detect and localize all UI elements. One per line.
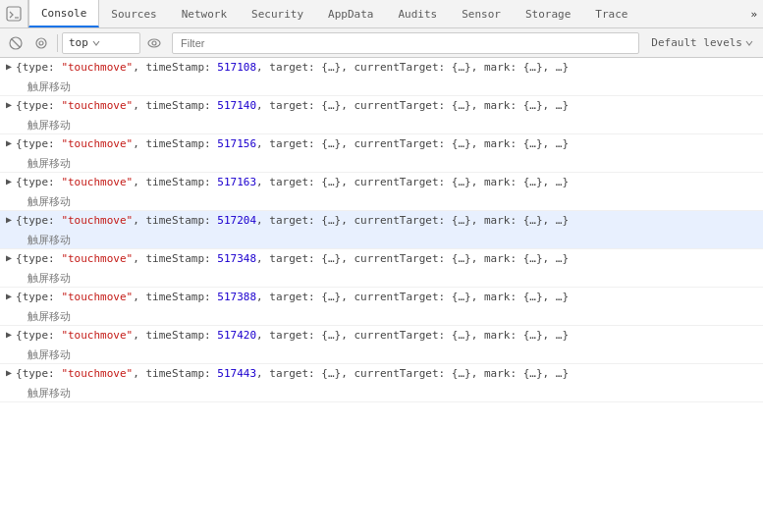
log-group: ▶{type: "touchmove", timeStamp: 517388, … [0,288,763,326]
log-group: ▶{type: "touchmove", timeStamp: 517420, … [0,326,763,364]
log-group: ▶{type: "touchmove", timeStamp: 517140, … [0,96,763,134]
expand-arrow-icon[interactable]: ▶ [4,291,14,300]
sub-entry-label: 触屏移动 [0,269,763,287]
sub-entry-label: 触屏移动 [0,231,763,248]
sub-entry-label: 触屏移动 [0,346,763,363]
toolbar-divider [57,34,58,52]
log-text: {type: "touchmove", timeStamp: 517348, t… [16,251,569,267]
sub-entry-label: 触屏移动 [0,192,763,210]
log-group: ▶{type: "touchmove", timeStamp: 517443, … [0,364,763,402]
svg-line-3 [12,38,21,47]
expand-arrow-icon[interactable]: ▶ [4,329,14,339]
tab-network[interactable]: Network [170,0,240,27]
log-entry[interactable]: ▶{type: "touchmove", timeStamp: 517140, … [0,96,763,116]
filter-icon-button[interactable] [29,31,53,55]
svg-rect-0 [7,7,21,21]
eye-button[interactable] [142,31,166,55]
tab-trace[interactable]: Trace [583,0,640,27]
svg-point-6 [148,39,160,47]
chevron-down-icon [92,39,100,47]
default-levels-dropdown[interactable]: Default levels [645,36,759,49]
log-entry[interactable]: ▶{type: "touchmove", timeStamp: 517443, … [0,364,763,384]
svg-point-4 [36,38,46,48]
log-entry[interactable]: ▶{type: "touchmove", timeStamp: 517156, … [0,134,763,154]
devtools-logo-area [0,0,28,27]
log-text: {type: "touchmove", timeStamp: 517204, t… [16,213,569,229]
sub-entry-label: 触屏移动 [0,78,763,95]
log-entry[interactable]: ▶{type: "touchmove", timeStamp: 517388, … [0,288,763,307]
log-text: {type: "touchmove", timeStamp: 517108, t… [16,60,569,76]
log-entry[interactable]: ▶{type: "touchmove", timeStamp: 517163, … [0,173,763,192]
svg-point-5 [39,41,43,45]
tab-storage[interactable]: Storage [514,0,583,27]
expand-arrow-icon[interactable]: ▶ [4,214,14,224]
clear-console-button[interactable] [4,31,27,55]
svg-point-7 [152,41,156,45]
console-toolbar: top Default levels [0,28,763,58]
log-text: {type: "touchmove", timeStamp: 517420, t… [16,328,569,344]
expand-arrow-icon[interactable]: ▶ [4,252,14,262]
expand-arrow-icon[interactable]: ▶ [4,99,14,109]
context-selector[interactable]: top [62,32,140,54]
context-value: top [69,36,88,49]
log-text: {type: "touchmove", timeStamp: 517163, t… [16,175,569,190]
tab-sensor[interactable]: Sensor [450,0,514,27]
log-group: ▶{type: "touchmove", timeStamp: 517108, … [0,58,763,96]
log-text: {type: "touchmove", timeStamp: 517443, t… [16,366,569,382]
sub-entry-label: 触屏移动 [0,384,763,401]
tab-console[interactable]: Console [28,0,99,27]
filter-input[interactable] [172,32,639,54]
sub-entry-label: 触屏移动 [0,154,763,172]
tab-sources[interactable]: Sources [99,0,169,27]
tab-audits[interactable]: Audits [386,0,450,27]
log-text: {type: "touchmove", timeStamp: 517388, t… [16,290,569,305]
expand-arrow-icon[interactable]: ▶ [4,61,14,71]
sub-entry-label: 触屏移动 [0,116,763,133]
log-entry[interactable]: ▶{type: "touchmove", timeStamp: 517204, … [0,211,763,231]
expand-arrow-icon[interactable]: ▶ [4,137,14,147]
tab-security[interactable]: Security [240,0,316,27]
log-entry[interactable]: ▶{type: "touchmove", timeStamp: 517108, … [0,58,763,78]
log-text: {type: "touchmove", timeStamp: 517156, t… [16,136,569,152]
console-content: ▶{type: "touchmove", timeStamp: 517108, … [0,58,763,532]
expand-arrow-icon[interactable]: ▶ [4,176,14,186]
log-entry[interactable]: ▶{type: "touchmove", timeStamp: 517420, … [0,326,763,346]
log-group: ▶{type: "touchmove", timeStamp: 517163, … [0,173,763,211]
log-group: ▶{type: "touchmove", timeStamp: 517156, … [0,134,763,173]
log-text: {type: "touchmove", timeStamp: 517140, t… [16,98,569,114]
expand-arrow-icon[interactable]: ▶ [4,367,14,377]
log-entry[interactable]: ▶{type: "touchmove", timeStamp: 517348, … [0,249,763,269]
chevron-down-icon [745,39,753,47]
more-tabs-button[interactable]: » [744,0,763,27]
log-group: ▶{type: "touchmove", timeStamp: 517348, … [0,249,763,288]
log-group: ▶{type: "touchmove", timeStamp: 517204, … [0,211,763,249]
sub-entry-label: 触屏移动 [0,307,763,325]
devtools-icon [6,6,22,22]
tab-bar: Console Sources Network Security AppData… [0,0,763,28]
tab-appdata[interactable]: AppData [316,0,386,27]
